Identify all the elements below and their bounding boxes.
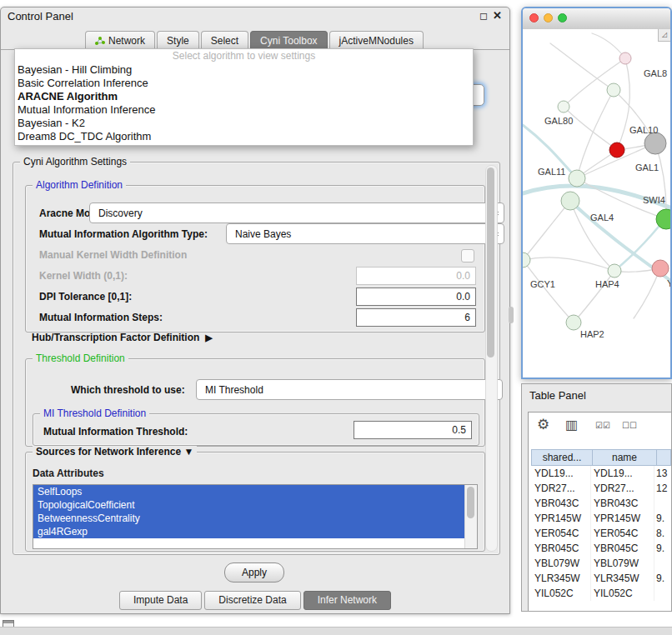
algorithm-option[interactable]: Mutual Information Inference — [15, 103, 473, 117]
column-header-shared-name[interactable]: shared... — [532, 450, 593, 465]
dropdown-placeholder: Select algorithm to view settings — [15, 49, 473, 63]
algorithm-option[interactable]: Bayesian - K2 — [15, 117, 473, 130]
network-node[interactable] — [607, 83, 620, 97]
which-threshold-select[interactable]: MI Threshold — [196, 379, 503, 400]
list-scrollbar-thumb[interactable] — [467, 487, 474, 518]
table-panel-window: Table Panel ⚙ ▥ ☑☑ ☐☐ shared... name YDL… — [521, 383, 672, 612]
control-panel-window: Control Panel ◻ ✕ Network Style Select C… — [0, 7, 510, 614]
table-row[interactable]: YBL079WYBL079W — [531, 556, 671, 571]
table-row[interactable]: YPR145WYPR145W9. — [531, 511, 671, 526]
columns-icon[interactable]: ▥ — [565, 417, 578, 432]
network-node[interactable] — [644, 132, 666, 154]
attribute-list-item[interactable]: SelfLoops — [33, 485, 464, 498]
splitter-handle[interactable] — [509, 307, 514, 323]
network-node[interactable] — [566, 315, 581, 330]
table-cell: YPR145W — [531, 511, 591, 526]
tab-discretize-data[interactable]: Discretize Data — [204, 591, 300, 610]
table-row[interactable]: YDL19...YDL19...13 — [531, 466, 671, 481]
network-node[interactable] — [609, 142, 624, 158]
table-row[interactable]: YBR045CYBR045C9. — [531, 541, 671, 556]
tab-jactivemnodules[interactable]: jActiveMNodules — [329, 31, 424, 49]
network-node[interactable] — [608, 264, 621, 278]
birdseye-toggle-icon[interactable]: ◿ — [658, 29, 670, 42]
algorithm-option[interactable]: Dream8 DC_TDC Algorithm — [15, 130, 473, 143]
table-row[interactable]: YBR043CYBR043C — [531, 496, 671, 511]
algorithm-option[interactable]: Basic Correlation Inference — [15, 77, 473, 90]
table-cell: YBL079W — [531, 556, 591, 571]
list-scrollbar[interactable] — [464, 485, 477, 548]
tab-cyni-toolbox[interactable]: Cyni Toolbox — [250, 31, 327, 49]
table-cell: YBR043C — [591, 496, 654, 511]
algorithm-definition-group: Algorithm Definition Aracne Mode: Discov… — [25, 185, 485, 332]
mi-threshold-definition-group: MI Threshold Definition Mutual Informati… — [33, 413, 479, 446]
table-row[interactable]: YDR27...YDR27...12 — [531, 481, 671, 496]
algorithm-option[interactable]: Bayesian - Hill Climbing — [15, 63, 473, 77]
node-label: GAL11 — [538, 167, 565, 177]
network-canvas[interactable]: GAL8GAL80GAL10GAL11GAL1SWI4GAL4GCY1HAP4Y… — [523, 29, 670, 378]
network-window-titlebar[interactable] — [523, 8, 670, 30]
algorithm-option[interactable]: ARACNE Algorithm — [15, 90, 473, 103]
select-all-columns-icon[interactable]: ☑☑ — [595, 421, 610, 430]
mi-algorithm-type-select[interactable]: Naive Bayes — [226, 223, 504, 244]
collapse-arrow-icon[interactable]: ▼ — [183, 446, 193, 458]
minimize-traffic-light-icon[interactable] — [544, 13, 553, 22]
settings-scrollbar-thumb[interactable] — [487, 168, 494, 358]
network-view-content: GAL8GAL80GAL10GAL11GAL1SWI4GAL4GCY1HAP4Y… — [523, 29, 670, 378]
node-label: GCY1 — [530, 279, 555, 289]
network-edge — [523, 258, 614, 271]
table-cell: YLR345W — [531, 571, 591, 586]
table-cell: YDR27... — [591, 481, 654, 496]
attribute-list-item[interactable]: TopologicalCoefficient — [33, 498, 464, 512]
tab-style[interactable]: Style — [157, 31, 199, 49]
expand-arrow-icon[interactable]: ▶ — [205, 332, 212, 342]
zoom-traffic-light-icon[interactable] — [558, 13, 567, 22]
settings-scrollbar[interactable] — [485, 165, 498, 552]
table-cell: YBR045C — [531, 541, 591, 556]
network-edge — [655, 143, 666, 219]
table-cell — [654, 556, 671, 571]
network-node[interactable] — [558, 101, 569, 112]
table-row[interactable]: YLR345WYLR345W9. — [531, 571, 671, 586]
network-node[interactable] — [523, 252, 530, 268]
minimized-panel-icon-band — [3, 621, 13, 623]
hub-transcription-factor-section[interactable]: Hub/Transcription Factor Definition▶ — [32, 332, 213, 343]
network-node[interactable] — [619, 52, 631, 64]
tab-infer-network[interactable]: Infer Network — [303, 591, 391, 610]
tab-impute-data[interactable]: Impute Data — [119, 591, 202, 610]
network-edge — [564, 58, 625, 107]
tab-network[interactable]: Network — [85, 31, 155, 49]
dpi-tolerance-field[interactable]: 0.0 — [356, 288, 476, 306]
apply-button[interactable]: Apply — [224, 562, 284, 582]
table-body-rows: YDL19...YDL19...13YDR27...YDR27...12YBR0… — [531, 466, 671, 612]
mi-threshold-field[interactable]: 0.5 — [354, 421, 472, 439]
attribute-list-item[interactable]: gal4RGexp — [33, 525, 464, 538]
sources-group-title[interactable]: Sources for Network Inference ▼ — [33, 446, 197, 458]
node-label: GAL80 — [544, 116, 573, 126]
data-attributes-list[interactable]: SelfLoopsTopologicalCoefficientBetweenne… — [33, 484, 478, 549]
gear-icon[interactable]: ⚙ — [537, 416, 549, 433]
column-header-clipped[interactable] — [657, 450, 670, 465]
network-node[interactable] — [569, 170, 585, 187]
threshold-definition-group: Threshold Definition Which threshold to … — [25, 358, 485, 447]
kernel-width-field[interactable]: 0.0 — [356, 267, 476, 285]
table-row[interactable]: YER054CYER054C8. — [531, 526, 671, 541]
close-window-icon[interactable]: ✕ — [493, 9, 502, 22]
deselect-all-columns-icon[interactable]: ☐☐ — [622, 421, 637, 430]
close-traffic-light-icon[interactable] — [529, 13, 539, 22]
aracne-mode-select[interactable]: Discovery — [89, 202, 504, 223]
data-attributes-label: Data Attributes — [33, 468, 104, 479]
mi-threshold-label: Mutual Information Threshold: — [43, 426, 188, 438]
table-cell — [654, 496, 671, 511]
table-row[interactable]: YIL052CYIL052C — [531, 586, 671, 601]
mi-steps-field[interactable]: 6 — [356, 308, 476, 327]
network-node[interactable] — [561, 192, 579, 210]
float-window-icon[interactable]: ◻ — [479, 10, 488, 22]
attribute-list-item[interactable]: BetweennessCentrality — [33, 512, 464, 525]
network-node[interactable] — [652, 260, 669, 277]
column-header-name[interactable]: name — [593, 450, 657, 465]
table-cell: YBR045C — [591, 541, 654, 556]
tab-select[interactable]: Select — [201, 31, 248, 49]
manual-kernel-width-checkbox[interactable] — [461, 249, 474, 262]
table-cell: 13 — [654, 466, 671, 481]
table-header-row[interactable]: shared... name — [531, 449, 671, 466]
